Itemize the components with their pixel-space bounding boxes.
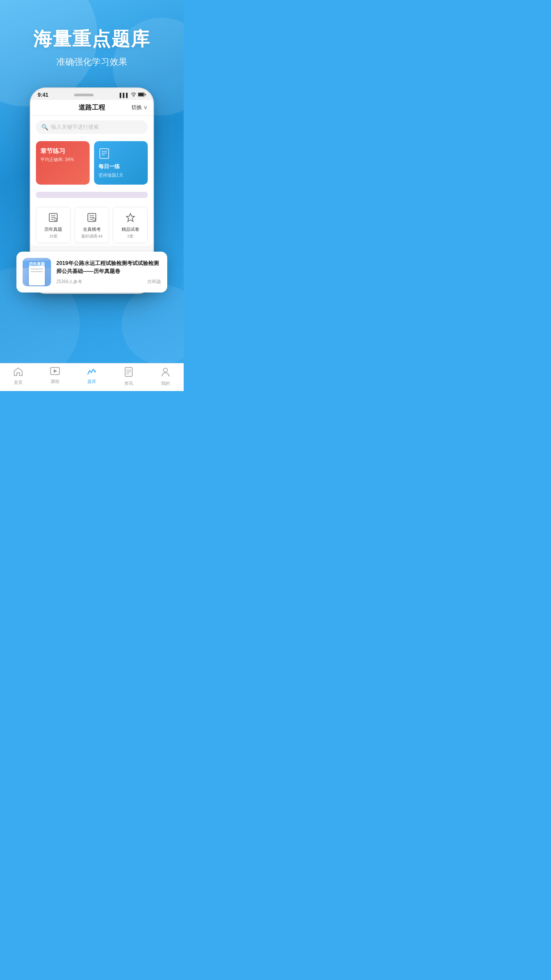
daily-practice-card[interactable]: 每日一练 坚持做题1天 bbox=[94, 141, 148, 185]
purple-band bbox=[36, 192, 148, 198]
feature-cards: 章节练习 平均正确率: 34% 每日一练 bbox=[31, 138, 153, 187]
search-icon: 🔍 bbox=[41, 124, 48, 130]
floating-card-content: 2019年公路水运工程试验检测考试试验检测师公共基础——历年真题卷 25366人… bbox=[56, 259, 161, 285]
tab-home[interactable]: 首页 bbox=[0, 367, 37, 387]
grid-label-premium: 精品试卷 bbox=[116, 226, 145, 233]
signal-icon: ▌▌▌ bbox=[120, 93, 129, 98]
past-exams-icon bbox=[39, 213, 68, 225]
spacer bbox=[31, 187, 153, 192]
search-bar[interactable]: 🔍 输入关键字进行搜索 bbox=[36, 120, 148, 134]
chapter-practice-title: 章节练习 bbox=[40, 147, 85, 155]
grid-item-mock-exam[interactable]: 全真模考 最好成绩:44 bbox=[75, 207, 110, 243]
grid-sub-past-exams: 15套 bbox=[39, 233, 68, 239]
phone-container: 9:41 ▌▌▌ bbox=[0, 87, 184, 356]
tab-profile-icon bbox=[161, 367, 170, 379]
svg-rect-11 bbox=[55, 218, 57, 221]
phone-app-header: 道路工程 切换 ∨ bbox=[31, 100, 153, 116]
grid-sub-premium: 2套 bbox=[116, 233, 145, 239]
svg-rect-3 bbox=[100, 149, 109, 158]
app-background: 海量重点题库 准确强化学习效果 9:41 ▌▌▌ bbox=[0, 0, 184, 391]
grid-sub-mock-exam: 最好成绩:44 bbox=[78, 233, 106, 239]
tab-questions[interactable]: 题库 bbox=[74, 367, 110, 387]
floating-card-total: 共95题 bbox=[147, 279, 161, 285]
grid-item-premium[interactable]: 精品试卷 2套 bbox=[113, 207, 148, 243]
wifi-icon bbox=[131, 92, 136, 98]
phone-status-icons: ▌▌▌ bbox=[120, 92, 146, 98]
switch-button[interactable]: 切换 ∨ bbox=[131, 104, 148, 111]
grid-label-past-exams: 历年真题 bbox=[39, 226, 68, 233]
search-placeholder: 输入关键字进行搜索 bbox=[51, 123, 99, 131]
tab-course[interactable]: 课程 bbox=[37, 367, 74, 387]
tab-news[interactable]: 资讯 bbox=[110, 367, 147, 387]
tab-home-icon bbox=[13, 367, 23, 378]
premium-icon bbox=[116, 213, 145, 225]
tab-news-icon bbox=[125, 367, 133, 379]
daily-practice-icon bbox=[98, 147, 110, 161]
tab-questions-label: 题库 bbox=[87, 379, 96, 385]
tab-home-label: 首页 bbox=[14, 379, 23, 386]
chapter-practice-sub: 平均正确率: 34% bbox=[40, 157, 85, 163]
grid-label-mock-exam: 全真模考 bbox=[78, 226, 106, 233]
hero-subtitle: 准确强化学习效果 bbox=[9, 56, 175, 68]
svg-rect-2 bbox=[145, 94, 146, 95]
floating-card-meta: 25366人参考 共95题 bbox=[56, 279, 161, 285]
phone-app-title: 道路工程 bbox=[79, 103, 105, 112]
battery-icon bbox=[138, 92, 146, 98]
daily-practice-sub: 坚持做题1天 bbox=[98, 172, 123, 178]
svg-marker-17 bbox=[126, 213, 134, 221]
floating-card-title: 2019年公路水运工程试验检测考试试验检测师公共基础——历年真题卷 bbox=[56, 259, 161, 275]
grid-item-past-exams[interactable]: 历年真题 15套 bbox=[36, 207, 71, 243]
bottom-grid: 历年真题 15套 全真模考 bbox=[31, 203, 153, 247]
spacer2 bbox=[31, 198, 153, 202]
main-tab-bar: 首页 课程 题库 bbox=[0, 363, 184, 391]
tab-news-label: 资讯 bbox=[124, 380, 133, 387]
phone-status-bar: 9:41 ▌▌▌ bbox=[31, 88, 153, 100]
tab-profile-label: 我的 bbox=[161, 380, 170, 387]
tab-questions-icon bbox=[87, 367, 97, 377]
mock-exam-icon bbox=[78, 213, 106, 225]
hero-title: 海量重点题库 bbox=[9, 27, 175, 51]
tab-course-label: 课程 bbox=[51, 379, 59, 385]
svg-rect-1 bbox=[138, 93, 144, 96]
svg-marker-38 bbox=[54, 369, 57, 373]
daily-practice-title: 每日一练 bbox=[98, 163, 120, 170]
chevron-down-icon: ∨ bbox=[143, 104, 148, 111]
hero-section: 海量重点题库 准确强化学习效果 bbox=[0, 0, 184, 77]
thumb-doc bbox=[29, 266, 45, 285]
phone-time: 9:41 bbox=[38, 92, 48, 98]
floating-card-thumbnail: 历年真题 bbox=[23, 258, 51, 286]
chapter-practice-card[interactable]: 章节练习 平均正确率: 34% bbox=[36, 141, 90, 185]
tab-course-icon bbox=[50, 367, 60, 377]
floating-card[interactable]: 历年真题 2019年公路水运工程试验检测考试试验检测师公共基础——历年真题卷 2… bbox=[16, 252, 167, 292]
tab-profile[interactable]: 我的 bbox=[147, 367, 184, 387]
phone-speaker bbox=[74, 94, 94, 96]
svg-point-39 bbox=[94, 371, 96, 372]
floating-card-participants: 25366人参考 bbox=[56, 279, 82, 285]
svg-point-16 bbox=[93, 218, 95, 221]
svg-point-44 bbox=[163, 368, 167, 372]
